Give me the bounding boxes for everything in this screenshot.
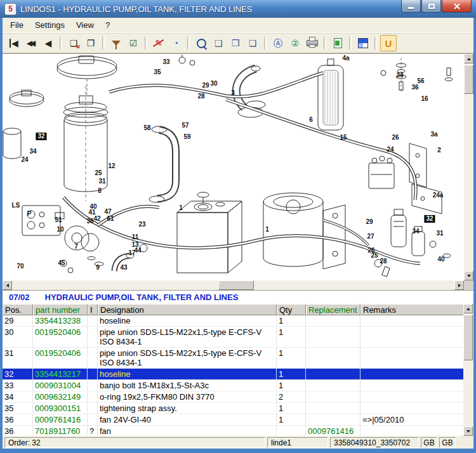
callout-43[interactable]: 43 [120, 265, 127, 271]
checklist-button[interactable]: ☑ [125, 35, 142, 51]
filter-funnel-button[interactable] [108, 35, 124, 51]
callout-35[interactable]: 35 [154, 69, 161, 76]
callout-29[interactable]: 29 [366, 219, 373, 225]
table-row-pos-29[interactable]: 293354413238hoseline1 [3, 315, 463, 327]
callout-24[interactable]: 24 [387, 147, 393, 153]
callout-LS[interactable]: LS [12, 202, 20, 209]
callout-32[interactable]: 32 [36, 133, 46, 140]
column-header-part[interactable]: part number [33, 304, 88, 315]
callout-70[interactable]: 70 [17, 263, 23, 270]
callout-9[interactable]: 9 [96, 265, 100, 271]
callout-59[interactable]: 59 [183, 134, 190, 140]
table-row-pos-32[interactable]: 323354413217hoseline1 [3, 369, 463, 380]
callout-31[interactable]: 31 [436, 230, 443, 237]
callout-28[interactable]: 28 [380, 258, 387, 265]
callout-16[interactable]: 16 [421, 96, 428, 102]
table-row-pos-30[interactable]: 300019520406pipe union SDS-L15-M22x1,5-t… [3, 327, 463, 348]
callout-58[interactable]: 58 [143, 125, 150, 131]
callout-51[interactable]: 51 [55, 217, 62, 223]
table-vscroll[interactable] [463, 304, 473, 436]
callout-40[interactable]: 40 [89, 204, 96, 210]
callout-17[interactable]: 17 [128, 250, 135, 256]
callout-34[interactable]: 34 [412, 228, 419, 235]
table-row-pos-36[interactable]: 360009761416fan 24V-GI-401=>|05/2010 [3, 414, 463, 426]
no-edit-button[interactable]: ✎ [150, 35, 167, 51]
callout-34[interactable]: 34 [29, 148, 36, 155]
callout-2[interactable]: 2 [437, 147, 441, 154]
callout-33[interactable]: 33 [162, 59, 169, 65]
column-header-des[interactable]: Designation [98, 304, 277, 315]
callout-8[interactable]: 8 [98, 188, 102, 194]
nav-back-button[interactable]: ◀ [40, 35, 56, 51]
maximize-button[interactable] [421, 0, 441, 13]
mosaic-button[interactable] [355, 35, 371, 51]
menu-item-view[interactable]: View [70, 18, 100, 32]
callout-57[interactable]: 57 [182, 122, 188, 129]
callout-32[interactable]: 32 [424, 215, 435, 223]
page-view-1-button[interactable]: ❑ [210, 35, 227, 51]
callout-25[interactable]: 25 [95, 170, 102, 176]
table-row-pos-36[interactable]: 367018911760?fan0009761416 [3, 426, 463, 436]
column-header-rem[interactable]: Remarks [360, 304, 463, 315]
callout-4a[interactable]: 4a [342, 55, 349, 62]
callout-13[interactable]: 13 [131, 242, 138, 248]
callout-24[interactable]: 24 [21, 157, 28, 163]
diagram-vscroll-thumb[interactable] [464, 65, 473, 94]
usage-u-button[interactable]: U [380, 35, 397, 51]
table-row-pos-31[interactable]: 310019520406pipe union SDS-L15-M22x1,5-t… [3, 348, 463, 369]
callout-7[interactable]: 7 [74, 244, 78, 250]
scroll-up-button[interactable] [464, 54, 473, 63]
callout-47[interactable]: 47 [104, 209, 111, 215]
callout-1[interactable]: 1 [179, 205, 183, 211]
table-scroll-down-button[interactable] [463, 426, 473, 436]
legend-2-button[interactable]: ② [287, 35, 303, 51]
diagram-hscroll-thumb[interactable] [218, 280, 254, 290]
nav-back-fast-button[interactable]: ◀◀ [23, 35, 39, 51]
scroll-left-button[interactable] [3, 280, 12, 290]
copy-pages-button[interactable]: ❐ [83, 35, 99, 51]
callout-28[interactable]: 28 [197, 93, 204, 100]
callout-31[interactable]: 31 [98, 178, 105, 185]
table-row-pos-34[interactable]: 340009632149o-ring 19x2,5-FKM80 DIN 3770… [3, 391, 463, 403]
nav-first-button[interactable]: ◀ [6, 35, 22, 51]
minimize-button[interactable] [401, 0, 421, 13]
page-view-2-button[interactable]: ❒ [227, 35, 244, 51]
callout-10[interactable]: 10 [56, 226, 63, 233]
callout-24a[interactable]: 24a [433, 192, 444, 199]
callout-36[interactable]: 36 [411, 84, 418, 91]
page-view-3-button[interactable]: ❏ [244, 35, 261, 51]
zoom-button[interactable] [193, 35, 209, 51]
callout-23[interactable]: 23 [138, 221, 145, 228]
callout-45[interactable]: 45 [58, 260, 65, 266]
column-header-i[interactable]: I [88, 304, 98, 315]
table-scroll-up-button[interactable] [463, 304, 473, 313]
callout-40[interactable]: 40 [437, 256, 444, 263]
callout-29[interactable]: 29 [202, 82, 209, 89]
scroll-down-button[interactable] [464, 271, 473, 280]
statistics-pie-button[interactable]: ◔ [168, 35, 184, 51]
callout-12[interactable]: 12 [108, 163, 115, 169]
table-vscroll-thumb[interactable] [463, 315, 473, 360]
callout-30[interactable]: 30 [210, 81, 217, 87]
menu-item-[interactable]: ? [100, 18, 116, 32]
callout-15[interactable]: 15 [340, 135, 347, 141]
callout-61[interactable]: 61 [107, 216, 114, 222]
callout-27[interactable]: 27 [367, 233, 374, 240]
callout-1[interactable]: 1 [265, 226, 269, 233]
diagram-vscroll[interactable] [464, 54, 473, 280]
callout-36[interactable]: 36 [86, 218, 93, 225]
annotation-a-button[interactable]: Ⓐ [270, 35, 286, 51]
title-bar[interactable]: 5 LINDOS1 - HYDRAULIC PUMP,OIL TANK, FIL… [0, 0, 476, 18]
print-button[interactable] [304, 35, 321, 51]
callout-34[interactable]: 34 [396, 72, 403, 79]
diagram-hscroll[interactable] [3, 280, 464, 290]
callout-26[interactable]: 26 [392, 135, 399, 141]
callout-P[interactable]: P [27, 211, 32, 217]
callout-11[interactable]: 11 [132, 234, 139, 240]
close-button[interactable] [442, 0, 472, 13]
callout-6[interactable]: 6 [309, 117, 313, 123]
menu-item-settings[interactable]: Settings [29, 18, 70, 32]
callout-42[interactable]: 42 [93, 216, 100, 222]
delete-note-button[interactable]: ❏ [65, 35, 82, 51]
export-sheet-button[interactable] [329, 35, 346, 51]
